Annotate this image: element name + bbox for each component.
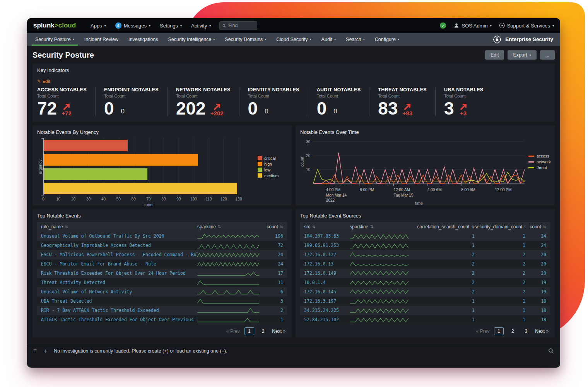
legend-swatch (528, 156, 534, 157)
key-indicator-threat-notables[interactable]: THREAT NOTABLESTotal Count83+83 (378, 87, 436, 116)
table-row[interactable]: UBA Threat Detected3 (37, 296, 287, 306)
add-investigation-icon[interactable]: ＋ (42, 348, 48, 354)
table-row[interactable]: Threat Activity Detected11 (37, 278, 287, 287)
sparkline (350, 233, 409, 239)
table-row[interactable]: Unusual Volume of Network Activity6 (37, 287, 287, 296)
key-indicator-audit-notables[interactable]: AUDIT NOTABLESTotal Count00 (317, 87, 370, 116)
key-indicators-edit-link[interactable]: ✎ Edit (37, 79, 50, 84)
nav-item-cloud-security[interactable]: Cloud Security▾ (271, 33, 316, 46)
topbar-menu-messages[interactable]: 4Messages▾ (115, 22, 150, 29)
indicator-sublabel: Total Count (104, 94, 159, 98)
notable-events-next-button[interactable]: Next » (272, 329, 285, 334)
cell-security-domain-count: 2 (475, 271, 525, 276)
enterprise-security-brand[interactable]: Enterprise Security (492, 33, 557, 46)
event-sources-page-3[interactable]: 3 (522, 328, 531, 335)
nav-item-incident-review[interactable]: Incident Review (79, 33, 123, 46)
cell-sparkline (350, 242, 409, 248)
indicator-delta: +3 (459, 103, 468, 116)
table-header-row: rule_name⇅sparkline⇅count⇅ (37, 222, 287, 231)
cell-security-domain-count: 2 (475, 252, 525, 257)
x-tick-group: 8:00 PM (360, 188, 374, 193)
table-row[interactable]: 104.207.83.631124 (300, 231, 550, 241)
table-row[interactable]: 10.0.1.42219 (300, 278, 550, 287)
key-indicator-access-notables[interactable]: ACCESS NOTABLESTotal Count72+72 (37, 87, 96, 116)
topbar-menus: Apps▾4Messages▾Settings▾Activity▾ (91, 22, 211, 29)
nav-item-security-intelligence[interactable]: Security Intelligence▾ (163, 33, 220, 46)
table-row[interactable]: 52.84.235.1021118 (300, 315, 550, 324)
edit-button[interactable]: Edit (485, 50, 504, 60)
find-search-box[interactable] (219, 21, 257, 30)
topbar-menu-apps[interactable]: Apps▾ (91, 22, 106, 29)
legend-label: low (264, 168, 270, 172)
table-row[interactable]: ESCU - Malicious PowerShell Process - En… (37, 250, 287, 259)
table-row[interactable]: Risk Threshold Exceeded For Object Over … (37, 269, 287, 278)
table-row[interactable]: 172.16.0.1492220 (300, 269, 550, 278)
over-time-line-chart: count 102030 accessnetworkthreat 4:00 PM… (300, 137, 550, 205)
table-row[interactable]: 199.66.91.2531124 (300, 241, 550, 250)
key-indicator-uba-notables[interactable]: UBA NOTABLESTotal Count3+3 (444, 87, 492, 116)
tables-row: Top Notable Events rule_name⇅sparkline⇅c… (32, 209, 555, 337)
column-header-count[interactable]: count⇅ (525, 224, 546, 229)
bar-low[interactable] (44, 168, 147, 180)
find-input[interactable] (228, 23, 254, 28)
table-row[interactable]: ATT&CK Tactic Threshold Exceeded For Obj… (37, 315, 287, 324)
chevron-down-icon: ▾ (334, 38, 336, 41)
nav-item-search[interactable]: Search▾ (341, 33, 370, 46)
key-indicator-network-notables[interactable]: NETWORK NOTABLESTotal Count202+202 (176, 87, 239, 116)
event-sources-page-2[interactable]: 2 (508, 328, 517, 335)
topbar-menu-settings[interactable]: Settings▾ (160, 22, 182, 29)
legend-swatch (258, 168, 262, 172)
nav-item-security-domains[interactable]: Security Domains▾ (220, 33, 271, 46)
key-indicator-endpoint-notables[interactable]: ENDPOINT NOTABLESTotal Count00 (104, 87, 168, 116)
cell-sparkline (350, 307, 409, 313)
notable-events-page-2[interactable]: 2 (259, 328, 268, 335)
splunk-cloud-logo[interactable]: splunk>cloud (33, 22, 76, 29)
notable-events-page-1[interactable]: 1 (244, 327, 254, 335)
topbar-menu-activity[interactable]: Activity▾ (191, 22, 211, 29)
event-sources-page-1[interactable]: 1 (494, 327, 504, 335)
cell-src: 172.16.3.197 (304, 298, 350, 304)
chevron-down-icon: ▾ (209, 24, 211, 27)
investigation-search-icon[interactable] (548, 348, 554, 354)
nav-item-security-posture[interactable]: Security Posture▾ (30, 33, 79, 46)
column-header-sparkline[interactable]: sparkline⇅ (197, 224, 262, 229)
bar-critical[interactable] (44, 140, 128, 151)
table-row[interactable]: Geographically Improbable Access Detecte… (37, 241, 287, 250)
table-row[interactable]: RIR - 7 Day ATT&CK Tactic Threshold Exce… (37, 306, 287, 315)
column-header-rule-name[interactable]: rule_name⇅ (41, 224, 197, 229)
event-sources-prev-button[interactable]: « Prev (476, 329, 490, 334)
indicator-delta: +72 (62, 103, 71, 116)
indicator-value-row: 00 (104, 101, 159, 116)
column-header-sparkline[interactable]: sparkline⇅ (350, 224, 409, 229)
nav-item-investigations[interactable]: Investigations (123, 33, 163, 46)
nav-item-configure[interactable]: Configure▾ (370, 33, 404, 46)
event-sources-next-button[interactable]: Next » (535, 329, 549, 334)
table-row[interactable]: 172.16.0.132220 (300, 259, 550, 269)
x-tick-label: 120 (220, 197, 227, 201)
health-check-icon[interactable]: ✓ (440, 22, 446, 29)
notable-events-prev-button[interactable]: « Prev (226, 329, 240, 334)
cell-count: 72 (262, 243, 283, 248)
gridline (239, 138, 239, 195)
table-row[interactable]: Unusual Volume of Outbound Traffic By Sr… (37, 231, 287, 241)
table-row[interactable]: 172.16.3.1971118 (300, 296, 550, 306)
investigation-list-icon[interactable]: ≡ (33, 348, 37, 354)
column-header-correlation-search-count[interactable]: correlation_search_count⇅ (409, 224, 475, 229)
table-row[interactable]: 172.16.0.1272220 (300, 250, 550, 259)
table-row[interactable]: ESCU - Monitor Email For Brand Abuse - R… (37, 259, 287, 269)
key-indicator-identity-notables[interactable]: IDENTITY NOTABLESTotal Count00 (248, 87, 308, 116)
column-header-security-domain-count[interactable]: security_domain_count⇅ (475, 224, 525, 229)
nav-item-audit[interactable]: Audit▾ (316, 33, 341, 46)
export-button[interactable]: Export▾ (508, 50, 536, 60)
cell-correlation-search-count: 1 (409, 308, 475, 313)
bar-medium[interactable] (44, 183, 237, 194)
table-row[interactable]: 172.16.0.1452219 (300, 287, 550, 296)
cell-rule-name: ESCU - Malicious PowerShell Process - En… (41, 252, 197, 257)
more-button[interactable]: ... (540, 50, 555, 60)
user-menu[interactable]: SOS Admin ▾ (454, 23, 491, 29)
column-header-count[interactable]: count⇅ (262, 224, 283, 229)
table-row[interactable]: 34.215.24.2251118 (300, 306, 550, 315)
support-menu[interactable]: ? Support & Services ▾ (499, 23, 554, 29)
bar-high[interactable] (44, 154, 198, 166)
column-header-src[interactable]: src⇅ (304, 224, 350, 229)
